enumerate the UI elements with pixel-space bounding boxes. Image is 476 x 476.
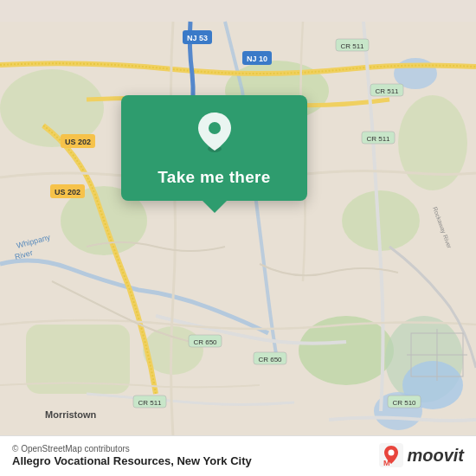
take-me-there-button[interactable]: Take me there — [158, 168, 270, 187]
svg-text:NJ 10: NJ 10 — [247, 55, 267, 63]
svg-text:US 202: US 202 — [65, 138, 91, 146]
location-pin-icon — [196, 111, 234, 158]
svg-text:US 202: US 202 — [55, 188, 80, 196]
svg-text:CR 511: CR 511 — [366, 135, 390, 143]
moovit-brand-icon: M — [379, 443, 403, 467]
svg-text:CR 511: CR 511 — [375, 87, 399, 95]
svg-text:CR 511: CR 511 — [340, 42, 364, 50]
popup-card: Take me there — [121, 95, 307, 201]
svg-text:CR 650: CR 650 — [193, 338, 217, 346]
svg-point-9 — [398, 95, 467, 190]
copyright-text: © OpenStreetMap contributors — [12, 444, 252, 453]
moovit-text: moovit — [407, 446, 464, 466]
svg-point-43 — [209, 122, 221, 134]
bottom-left-info: © OpenStreetMap contributors Allegro Voc… — [12, 444, 252, 467]
svg-point-45 — [389, 450, 395, 456]
svg-text:CR 510: CR 510 — [392, 399, 416, 407]
svg-text:CR 511: CR 511 — [138, 399, 162, 407]
map-container: NJ 53 NJ 10 US 202 US 202 CR 511 CR 511 … — [0, 0, 476, 476]
svg-text:CR 650: CR 650 — [258, 356, 282, 363]
location-title: Allegro Vocational Resources, New York C… — [12, 454, 252, 467]
svg-text:M: M — [383, 459, 390, 467]
bottom-bar: © OpenStreetMap contributors Allegro Voc… — [0, 435, 476, 476]
moovit-logo: M moovit — [379, 443, 464, 467]
svg-text:Morristown: Morristown — [45, 409, 97, 420]
svg-text:NJ 53: NJ 53 — [187, 34, 208, 42]
